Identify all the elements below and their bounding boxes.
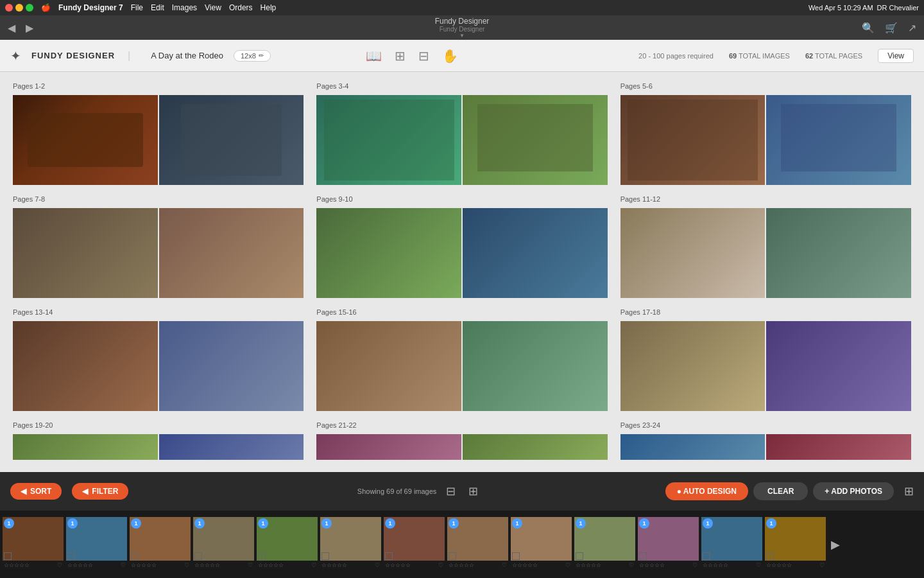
- film-badge-8: 1: [449, 518, 459, 529]
- film-badge-3: 1: [131, 518, 141, 529]
- filmstrip-icon[interactable]: ⊟: [446, 484, 456, 498]
- film-item-11[interactable]: 1 ☆☆☆☆☆ ♡: [638, 517, 699, 572]
- spread-pages-11-12[interactable]: [620, 208, 911, 298]
- film-heart-6[interactable]: ♡: [375, 562, 380, 568]
- film-badge-2: 1: [67, 518, 78, 529]
- app-menu-name[interactable]: Fundy Designer 7: [58, 3, 123, 12]
- film-heart-4[interactable]: ♡: [248, 562, 253, 568]
- film-heart-7[interactable]: ♡: [438, 562, 443, 568]
- spread-pages-23-24[interactable]: [620, 434, 911, 460]
- layout-split-icon[interactable]: ⊟: [418, 48, 429, 64]
- spread-pages-13-14[interactable]: [13, 321, 304, 411]
- film-heart-13[interactable]: ♡: [819, 562, 825, 568]
- menu-edit[interactable]: Edit: [151, 3, 164, 12]
- spread-pages-19-20[interactable]: [13, 434, 304, 460]
- window-title: Fundy Designer: [435, 17, 490, 26]
- menu-view[interactable]: View: [205, 3, 221, 12]
- menubar-user: DR Chevalier: [877, 4, 919, 12]
- total-pages-stat: 62 TOTAL PAGES: [805, 52, 862, 60]
- search-icon[interactable]: 🔍: [862, 22, 875, 34]
- spread-pages-9-10[interactable]: [316, 208, 607, 298]
- menubar: 🍎 Fundy Designer 7 File Edit Images View…: [0, 0, 924, 15]
- clear-button[interactable]: CLEAR: [753, 482, 808, 500]
- spread-5-6: Pages 5-6: [620, 82, 911, 185]
- film-stars-5: ☆☆☆☆☆: [258, 562, 284, 568]
- film-item-9[interactable]: 1 ☆☆☆☆☆ ♡: [511, 517, 572, 572]
- film-item-7[interactable]: 1 ☆☆☆☆☆ ♡: [384, 517, 445, 572]
- menu-file[interactable]: File: [131, 3, 143, 12]
- film-heart-10[interactable]: ♡: [629, 562, 634, 568]
- film-stars-9: ☆☆☆☆☆: [512, 562, 538, 568]
- film-item-6[interactable]: 1 ☆☆☆☆☆ ♡: [320, 517, 381, 572]
- film-heart-12[interactable]: ♡: [756, 562, 761, 568]
- export-icon[interactable]: ↗: [908, 22, 916, 34]
- film-badge-1: 1: [4, 518, 14, 529]
- spread-pages-17-18[interactable]: [620, 321, 911, 411]
- film-item-4[interactable]: 1 ☆☆☆☆☆ ♡: [193, 517, 254, 572]
- maximize-button[interactable]: [26, 4, 33, 12]
- add-photos-button[interactable]: + ADD PHOTOS: [813, 482, 894, 500]
- film-heart-9[interactable]: ♡: [565, 562, 570, 568]
- film-item-2[interactable]: 1 ☆☆☆☆☆ ♡: [66, 517, 127, 572]
- menubar-time: Wed Apr 5 10:29 AM: [809, 4, 873, 12]
- close-button[interactable]: [5, 4, 13, 12]
- grid-view-icon[interactable]: ⊞: [904, 484, 914, 498]
- filter-button[interactable]: ◀ FILTER: [72, 483, 128, 500]
- spreads-row-4: Pages 19-20 Pages 21-22: [13, 421, 911, 460]
- film-item-8[interactable]: 1 ☆☆☆☆☆ ♡: [447, 517, 508, 572]
- forward-icon[interactable]: ▶: [26, 22, 33, 34]
- film-checkbox-2[interactable]: [67, 552, 75, 560]
- spread-pages-15-16[interactable]: [316, 321, 607, 411]
- project-title[interactable]: A Day at the Rodeo: [151, 51, 223, 60]
- menu-images[interactable]: Images: [172, 3, 197, 12]
- film-checkbox-13[interactable]: [766, 552, 774, 560]
- layout-book-icon[interactable]: 📖: [366, 48, 382, 64]
- film-heart-1[interactable]: ♡: [57, 562, 62, 568]
- layout-grid-icon[interactable]: ⊞: [395, 48, 406, 64]
- film-checkbox-9[interactable]: [512, 552, 520, 560]
- film-checkbox-11[interactable]: [639, 552, 647, 560]
- film-item-1[interactable]: 1 ☆☆☆☆☆ ♡: [3, 517, 64, 572]
- film-item-12[interactable]: 1 ☆☆☆☆☆ ♡: [701, 517, 762, 572]
- apple-menu[interactable]: 🍎: [41, 3, 51, 12]
- film-checkbox-7[interactable]: [385, 552, 393, 560]
- film-heart-2[interactable]: ♡: [121, 562, 126, 568]
- film-heart-8[interactable]: ♡: [502, 562, 507, 568]
- menu-help[interactable]: Help: [261, 3, 277, 12]
- filmstrip-scroll-right[interactable]: ▶: [828, 538, 843, 552]
- film-heart-11[interactable]: ♡: [692, 562, 697, 568]
- film-checkbox-8[interactable]: [449, 552, 456, 560]
- spread-pages-5-6[interactable]: [620, 95, 911, 185]
- menu-orders[interactable]: Orders: [229, 3, 253, 12]
- spread-pages-3-4[interactable]: [316, 95, 607, 185]
- spread-pages-21-22[interactable]: [316, 434, 607, 460]
- grid-layout-icon[interactable]: ⊞: [468, 484, 478, 498]
- film-checkbox-4[interactable]: [194, 552, 202, 560]
- film-item-3[interactable]: 1 ☆☆☆☆☆ ♡: [130, 517, 191, 572]
- size-badge[interactable]: 12x8 ✏: [234, 50, 271, 62]
- sort-button[interactable]: ◀ SORT: [10, 483, 62, 500]
- film-badge-11: 1: [639, 518, 649, 529]
- auto-design-button[interactable]: ● AUTO DESIGN: [665, 482, 748, 500]
- film-checkbox-6[interactable]: [321, 552, 329, 560]
- cart-icon[interactable]: 🛒: [885, 22, 898, 34]
- spread-3-4: Pages 3-4: [316, 82, 607, 185]
- film-item-5[interactable]: 1 ☆☆☆☆☆ ♡: [257, 517, 318, 572]
- spread-pages-7-8[interactable]: [13, 208, 304, 298]
- film-checkbox-10[interactable]: [576, 552, 583, 560]
- hand-tool-icon[interactable]: ✋: [442, 48, 458, 64]
- film-checkbox-12[interactable]: [703, 552, 710, 560]
- film-item-10[interactable]: 1 ☆☆☆☆☆ ♡: [574, 517, 635, 572]
- film-checkbox-3[interactable]: [131, 552, 139, 560]
- film-checkbox-5[interactable]: [258, 552, 266, 560]
- film-stars-13: ☆☆☆☆☆: [766, 562, 792, 568]
- film-item-13[interactable]: 1 ☆☆☆☆☆ ♡: [765, 517, 826, 572]
- film-checkbox-1[interactable]: [4, 552, 12, 560]
- film-heart-5[interactable]: ♡: [311, 562, 316, 568]
- film-badge-5: 1: [258, 518, 268, 529]
- back-icon[interactable]: ◀: [8, 22, 15, 34]
- spread-pages-1-2[interactable]: [13, 95, 304, 185]
- minimize-button[interactable]: [15, 4, 23, 12]
- film-heart-3[interactable]: ♡: [184, 562, 189, 568]
- view-button[interactable]: View: [878, 49, 914, 63]
